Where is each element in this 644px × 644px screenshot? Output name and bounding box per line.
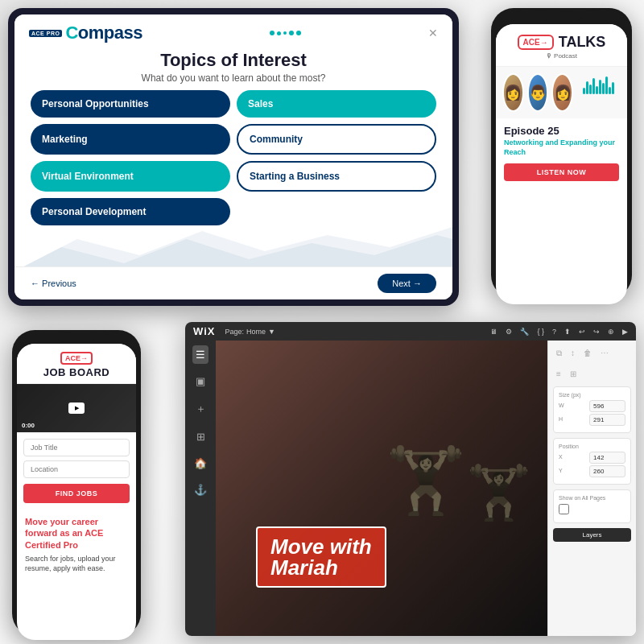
topic-marketing[interactable]: Marketing xyxy=(31,124,230,155)
menu-settings[interactable]: ⚙ xyxy=(506,328,512,336)
close-icon[interactable]: ✕ xyxy=(428,27,438,39)
panel-media-icon[interactable]: 🏠 xyxy=(191,454,210,473)
wix-logo: WiX xyxy=(193,325,215,337)
topic-community[interactable]: Community xyxy=(237,124,436,155)
page-selector[interactable]: Page: Home ▼ xyxy=(225,328,275,336)
menu-devmode[interactable]: { } xyxy=(537,328,544,336)
topics-subtitle: What do you want to learn about the most… xyxy=(14,72,452,84)
avatar-2: 👨 xyxy=(527,73,549,112)
ace-talks-logo: ACE→ TALKS xyxy=(506,34,617,51)
right-panel-icons: ⧉ ↕ 🗑 ⋯ xyxy=(553,345,631,361)
preview-icon[interactable]: ▶ xyxy=(622,328,628,336)
menu-site[interactable]: 🖥 xyxy=(490,328,497,336)
rp-grid-icon[interactable]: ⊞ xyxy=(567,366,580,382)
phone-jobs-notch xyxy=(59,335,95,342)
gym-figure-1: 🏋️‍♀️ xyxy=(386,443,466,518)
height-input[interactable] xyxy=(589,414,625,426)
ace-jobs-logo: ACE→ JOB BOARD xyxy=(25,352,128,378)
mountain-decoration xyxy=(14,223,452,271)
location-input[interactable] xyxy=(23,460,130,478)
jobs-header: ACE→ JOB BOARD xyxy=(17,344,136,384)
talks-header: ACE→ TALKS 🎙 Podcast xyxy=(496,24,627,67)
talks-logo-word: TALKS xyxy=(559,34,606,51)
wix-canvas: 🏋️‍♀️ 🏋️‍♀️ Move with Mariah xyxy=(216,341,547,636)
jobs-promo-title: Move your career forward as an ACE Certi… xyxy=(25,516,128,551)
wix-right-panel: ⧉ ↕ 🗑 ⋯ ≡ ⊞ Size (px) W H xyxy=(547,341,636,636)
height-label: H xyxy=(559,416,563,422)
compass-logo: ACE PRO Compass xyxy=(29,23,142,43)
find-jobs-button[interactable]: FIND JOBS xyxy=(23,484,130,503)
show-all-pages-panel: Show on All Pages xyxy=(553,489,631,523)
panel-add-icon[interactable]: ＋ xyxy=(192,398,209,419)
ace-pro-badge: ACE PRO xyxy=(29,30,62,37)
wix-body: ☰ ▣ ＋ ⊞ 🏠 ⚓ 🏋️‍♀️ 🏋️‍♀️ Move with Mariah xyxy=(185,341,636,636)
position-label: Position xyxy=(559,444,625,449)
gym-figure-2: 🏋️‍♀️ xyxy=(466,462,531,523)
panel-layout-icon[interactable]: ▣ xyxy=(192,372,208,390)
tablet-nav-bar: ← Previous Next → xyxy=(14,266,452,299)
prev-button[interactable]: ← Previous xyxy=(31,279,76,288)
topic-personal-development[interactable]: Personal Development xyxy=(31,198,230,225)
zoom-icon[interactable]: ⊕ xyxy=(608,328,614,336)
panel-anchor-icon[interactable]: ⚓ xyxy=(191,481,210,499)
wix-menu-bar: 🖥 ⚙ 🔧 { } ? ⬆ ↩ ↪ ⊕ ▶ xyxy=(490,328,628,336)
topic-virtual-environment[interactable]: Virtual Environment xyxy=(31,161,230,192)
job-title-input[interactable] xyxy=(23,439,130,456)
panel-pages-icon[interactable]: ☰ xyxy=(192,345,208,364)
episode-description: Networking and Expanding your Reach xyxy=(504,138,619,157)
jobs-logo-title: JOB BOARD xyxy=(43,366,110,378)
rp-delete-icon[interactable]: 🗑 xyxy=(580,345,595,361)
width-label: W xyxy=(559,402,564,408)
ace-jobs-phone: ACE→ JOB BOARD ▶ 0:00 FIND JOBS Move you… xyxy=(12,330,141,636)
tablet-dots xyxy=(270,31,301,35)
menu-upgrade[interactable]: ⬆ xyxy=(564,328,571,336)
y-input[interactable] xyxy=(589,465,625,477)
play-icon[interactable]: ▶ xyxy=(68,402,85,414)
x-input[interactable] xyxy=(589,452,625,464)
redo-icon[interactable]: ↪ xyxy=(593,328,600,336)
show-all-pages-label: Show on All Pages xyxy=(559,495,625,501)
audio-waveform xyxy=(576,73,621,97)
wix-left-panel: ☰ ▣ ＋ ⊞ 🏠 ⚓ xyxy=(185,341,216,636)
menu-help[interactable]: ? xyxy=(552,328,556,336)
undo-icon[interactable]: ↩ xyxy=(579,328,585,336)
topic-sales[interactable]: Sales xyxy=(237,90,436,118)
ace-logo-badge: ACE→ xyxy=(518,35,554,50)
talks-subtitle: 🎙 Podcast xyxy=(506,52,617,60)
show-all-pages-toggle[interactable] xyxy=(559,504,569,514)
layers-button[interactable]: Layers xyxy=(553,528,631,542)
video-time: 0:00 xyxy=(22,422,35,429)
rp-align-icon[interactable]: ≡ xyxy=(553,366,564,382)
topic-starting-business[interactable]: Starting a Business xyxy=(237,161,436,192)
size-panel: Size (px) W H xyxy=(553,386,631,433)
width-input[interactable] xyxy=(589,400,625,412)
phone-notch xyxy=(542,13,582,21)
menu-tools[interactable]: 🔧 xyxy=(520,328,529,336)
listen-now-button[interactable]: LISTEN NOW xyxy=(504,163,619,181)
x-label: X xyxy=(559,454,563,460)
jobs-video-thumbnail[interactable]: ▶ 0:00 xyxy=(17,384,136,432)
rp-copy-icon[interactable]: ⧉ xyxy=(553,345,565,361)
jobs-promo: Move your career forward as an ACE Certi… xyxy=(17,510,136,640)
talks-content: Episode 25 Networking and Expanding your… xyxy=(496,118,627,304)
canvas-text-line2: Mariah xyxy=(270,557,372,578)
topics-title: Topics of Interest xyxy=(14,50,452,71)
tablet-screen: ACE PRO Compass ✕ Topics of Interest Wha… xyxy=(14,14,452,299)
phone-jobs-screen: ACE→ JOB BOARD ▶ 0:00 FIND JOBS Move you… xyxy=(17,344,136,640)
ace-jobs-badge: ACE→ xyxy=(60,352,93,365)
canvas-text-box[interactable]: Move with Mariah xyxy=(256,526,386,588)
topic-personal-opportunities[interactable]: Personal Opportunities xyxy=(31,90,230,118)
jobs-promo-description: Search for jobs, upload your resume, app… xyxy=(25,554,128,574)
next-button[interactable]: Next → xyxy=(378,274,436,293)
rp-more-icon[interactable]: ⋯ xyxy=(597,345,612,361)
phone-talks-screen: ACE→ TALKS 🎙 Podcast 👩 👨 👩 xyxy=(496,24,627,304)
episode-title: Episode 25 xyxy=(504,125,619,137)
wix-editor: WiX Page: Home ▼ 🖥 ⚙ 🔧 { } ? ⬆ ↩ ↪ ⊕ ▶ ☰… xyxy=(185,322,636,636)
rp-move-icon[interactable]: ↕ xyxy=(568,345,578,361)
jobs-form: FIND JOBS xyxy=(17,432,136,510)
topics-grid: Personal Opportunities Sales Marketing C… xyxy=(14,90,452,232)
position-panel: Position X Y xyxy=(553,438,631,485)
tablet-title-area: Topics of Interest What do you want to l… xyxy=(14,48,452,90)
canvas-text-line1: Move with xyxy=(270,536,372,557)
panel-apps-icon[interactable]: ⊞ xyxy=(193,427,208,446)
